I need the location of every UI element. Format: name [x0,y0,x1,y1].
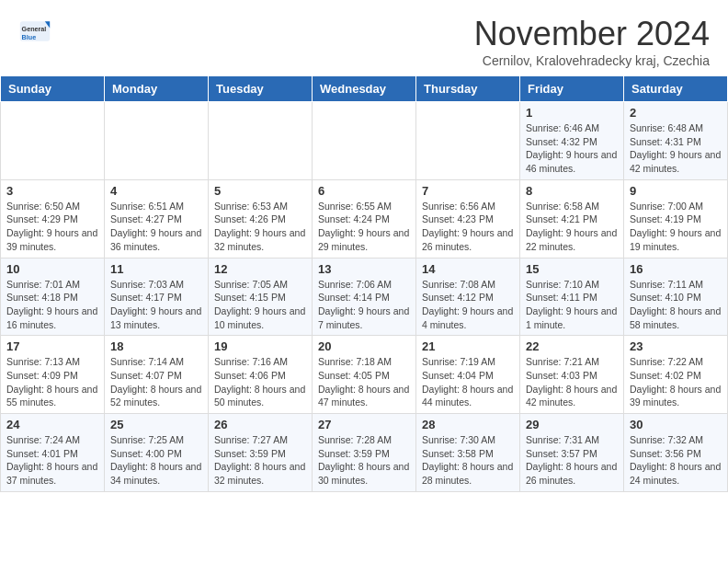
day-info: Sunrise: 7:10 AM Sunset: 4:11 PM Dayligh… [526,278,618,332]
day-info: Sunrise: 7:31 AM Sunset: 3:57 PM Dayligh… [526,433,618,488]
calendar-cell: 12Sunrise: 7:05 AM Sunset: 4:15 PM Dayli… [209,258,313,336]
calendar-cell: 15Sunrise: 7:10 AM Sunset: 4:11 PM Dayli… [520,258,624,336]
calendar-cell: 8Sunrise: 6:58 AM Sunset: 4:21 PM Daylig… [520,179,624,258]
calendar-cell: 17Sunrise: 7:13 AM Sunset: 4:09 PM Dayli… [1,336,105,414]
day-info: Sunrise: 6:50 AM Sunset: 4:29 PM Dayligh… [6,200,98,254]
day-info: Sunrise: 7:30 AM Sunset: 3:58 PM Dayligh… [422,433,514,488]
calendar-cell: 10Sunrise: 7:01 AM Sunset: 4:18 PM Dayli… [1,258,105,336]
calendar-cell: 18Sunrise: 7:14 AM Sunset: 4:07 PM Dayli… [105,336,209,414]
day-number: 29 [526,418,618,431]
weekday-header-monday: Monday [105,76,209,102]
title-block: November 2024 Cernilov, Kralovehradecky … [474,15,710,68]
weekday-header-wednesday: Wednesday [313,76,416,102]
day-info: Sunrise: 6:55 AM Sunset: 4:24 PM Dayligh… [318,200,410,254]
day-number: 21 [422,339,514,353]
day-number: 14 [422,262,514,276]
day-number: 18 [110,339,202,353]
day-number: 2 [630,106,722,120]
calendar-cell: 5Sunrise: 6:53 AM Sunset: 4:26 PM Daylig… [209,179,313,258]
day-info: Sunrise: 7:11 AM Sunset: 4:10 PM Dayligh… [630,278,722,332]
calendar-cell: 20Sunrise: 7:18 AM Sunset: 4:05 PM Dayli… [313,336,416,414]
day-info: Sunrise: 7:00 AM Sunset: 4:19 PM Dayligh… [630,200,722,254]
day-number: 3 [6,184,98,198]
calendar-cell: 26Sunrise: 7:27 AM Sunset: 3:59 PM Dayli… [209,414,313,492]
day-info: Sunrise: 7:19 AM Sunset: 4:04 PM Dayligh… [422,355,514,409]
calendar-cell: 29Sunrise: 7:31 AM Sunset: 3:57 PM Dayli… [520,414,624,492]
calendar-cell [1,102,105,180]
calendar-cell: 13Sunrise: 7:06 AM Sunset: 4:14 PM Dayli… [313,258,416,336]
calendar-cell: 22Sunrise: 7:21 AM Sunset: 4:03 PM Dayli… [520,336,624,414]
day-info: Sunrise: 7:18 AM Sunset: 4:05 PM Dayligh… [318,355,410,409]
weekday-header-friday: Friday [520,76,624,102]
calendar-header-row: SundayMondayTuesdayWednesdayThursdayFrid… [1,76,728,102]
day-info: Sunrise: 7:32 AM Sunset: 3:56 PM Dayligh… [630,433,722,488]
day-number: 7 [422,184,514,198]
calendar-cell: 1Sunrise: 6:46 AM Sunset: 4:32 PM Daylig… [520,102,624,180]
day-info: Sunrise: 7:28 AM Sunset: 3:59 PM Dayligh… [318,433,410,488]
day-number: 1 [526,106,618,120]
calendar-week-row: 1Sunrise: 6:46 AM Sunset: 4:32 PM Daylig… [1,102,728,180]
day-info: Sunrise: 6:53 AM Sunset: 4:26 PM Dayligh… [214,200,306,254]
day-info: Sunrise: 7:01 AM Sunset: 4:18 PM Dayligh… [6,278,98,332]
day-number: 30 [630,418,722,431]
day-info: Sunrise: 7:06 AM Sunset: 4:14 PM Dayligh… [318,278,410,332]
calendar-cell: 11Sunrise: 7:03 AM Sunset: 4:17 PM Dayli… [105,258,209,336]
day-number: 4 [110,184,202,198]
day-info: Sunrise: 7:13 AM Sunset: 4:09 PM Dayligh… [6,355,98,409]
calendar-cell: 27Sunrise: 7:28 AM Sunset: 3:59 PM Dayli… [313,414,416,492]
day-info: Sunrise: 7:16 AM Sunset: 4:06 PM Dayligh… [214,355,306,409]
page-header: General Blue November 2024 Cernilov, Kra… [0,0,728,75]
calendar-week-row: 17Sunrise: 7:13 AM Sunset: 4:09 PM Dayli… [1,336,728,414]
day-number: 17 [6,339,98,353]
day-number: 26 [214,418,306,431]
day-number: 6 [318,184,410,198]
svg-text:Blue: Blue [22,33,37,41]
day-info: Sunrise: 6:51 AM Sunset: 4:27 PM Dayligh… [110,200,202,254]
weekday-header-tuesday: Tuesday [209,76,313,102]
day-info: Sunrise: 7:08 AM Sunset: 4:12 PM Dayligh… [422,278,514,332]
day-info: Sunrise: 7:24 AM Sunset: 4:01 PM Dayligh… [6,433,98,488]
day-number: 15 [526,262,618,276]
calendar-cell: 16Sunrise: 7:11 AM Sunset: 4:10 PM Dayli… [624,258,728,336]
calendar-cell: 24Sunrise: 7:24 AM Sunset: 4:01 PM Dayli… [1,414,105,492]
calendar-cell: 14Sunrise: 7:08 AM Sunset: 4:12 PM Dayli… [416,258,520,336]
day-info: Sunrise: 7:25 AM Sunset: 4:00 PM Dayligh… [110,433,202,488]
calendar-cell [209,102,313,180]
day-number: 24 [6,418,98,431]
day-info: Sunrise: 6:46 AM Sunset: 4:32 PM Dayligh… [526,121,618,176]
calendar-cell: 7Sunrise: 6:56 AM Sunset: 4:23 PM Daylig… [416,179,520,258]
weekday-header-thursday: Thursday [416,76,520,102]
calendar-cell: 23Sunrise: 7:22 AM Sunset: 4:02 PM Dayli… [624,336,728,414]
day-number: 19 [214,339,306,353]
day-info: Sunrise: 7:05 AM Sunset: 4:15 PM Dayligh… [214,278,306,332]
logo: General Blue [18,15,51,48]
weekday-header-sunday: Sunday [1,76,105,102]
day-info: Sunrise: 7:22 AM Sunset: 4:02 PM Dayligh… [630,355,722,409]
logo-icon: General Blue [18,15,51,48]
location: Cernilov, Kralovehradecky kraj, Czechia [474,53,710,68]
calendar-table: SundayMondayTuesdayWednesdayThursdayFrid… [0,75,728,492]
day-number: 12 [214,262,306,276]
weekday-header-saturday: Saturday [624,76,728,102]
day-number: 25 [110,418,202,431]
svg-text:General: General [22,25,47,33]
calendar-cell: 4Sunrise: 6:51 AM Sunset: 4:27 PM Daylig… [105,179,209,258]
day-info: Sunrise: 6:56 AM Sunset: 4:23 PM Dayligh… [422,200,514,254]
day-info: Sunrise: 7:27 AM Sunset: 3:59 PM Dayligh… [214,433,306,488]
day-info: Sunrise: 7:21 AM Sunset: 4:03 PM Dayligh… [526,355,618,409]
calendar-cell [416,102,520,180]
day-info: Sunrise: 7:14 AM Sunset: 4:07 PM Dayligh… [110,355,202,409]
day-number: 13 [318,262,410,276]
day-number: 11 [110,262,202,276]
calendar-cell: 19Sunrise: 7:16 AM Sunset: 4:06 PM Dayli… [209,336,313,414]
calendar-cell: 2Sunrise: 6:48 AM Sunset: 4:31 PM Daylig… [624,102,728,180]
calendar-cell: 25Sunrise: 7:25 AM Sunset: 4:00 PM Dayli… [105,414,209,492]
calendar-body: 1Sunrise: 6:46 AM Sunset: 4:32 PM Daylig… [1,102,728,492]
day-number: 20 [318,339,410,353]
month-title: November 2024 [474,15,710,53]
calendar-cell: 3Sunrise: 6:50 AM Sunset: 4:29 PM Daylig… [1,179,105,258]
day-info: Sunrise: 7:03 AM Sunset: 4:17 PM Dayligh… [110,278,202,332]
calendar-cell: 21Sunrise: 7:19 AM Sunset: 4:04 PM Dayli… [416,336,520,414]
calendar-cell [105,102,209,180]
day-info: Sunrise: 6:48 AM Sunset: 4:31 PM Dayligh… [630,121,722,176]
